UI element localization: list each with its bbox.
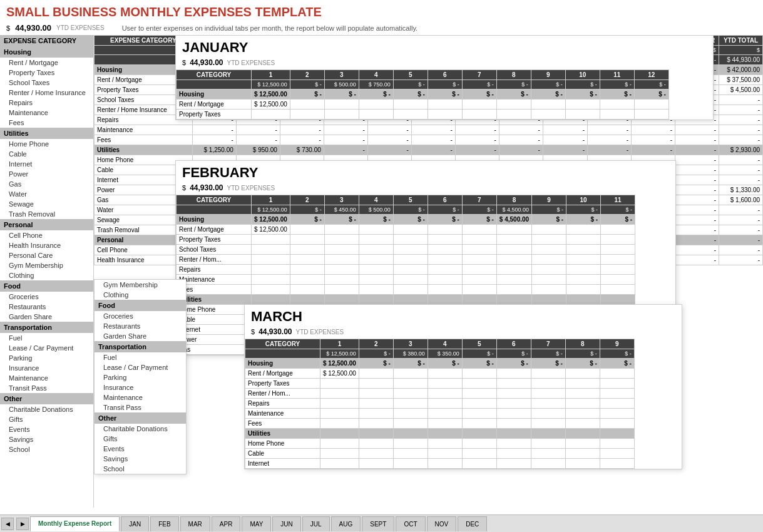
sidebar-category-housing: Housing — [0, 46, 93, 58]
tab-nav-prev[interactable]: ◀ — [1, 518, 14, 530]
sidebar-item-savings[interactable]: Savings — [0, 434, 93, 444]
tab-aug[interactable]: AUG — [331, 516, 361, 531]
tab-jan[interactable]: JAN — [121, 516, 149, 531]
panel-table-row: Property Taxes — [245, 379, 635, 389]
tab-monthly-expense-report[interactable]: Monthly Expense Report — [30, 516, 120, 531]
sidebar-overlay-item-school[interactable]: School — [95, 464, 186, 474]
sidebar-item-renter---home-insurance[interactable]: Renter / Home Insurance — [0, 88, 93, 98]
content-area: EXPENSE CATEGORYHousingRent / MortgagePr… — [0, 35, 763, 508]
sidebar-item-sewage[interactable]: Sewage — [0, 199, 93, 209]
tab-feb[interactable]: FEB — [150, 516, 178, 531]
sidebar-item-rent---mortgage[interactable]: Rent / Mortgage — [0, 58, 93, 68]
tab-mar[interactable]: MAR — [180, 516, 210, 531]
sidebar-item-fuel[interactable]: Fuel — [0, 333, 93, 343]
sidebar-overlay-item-groceries[interactable]: Groceries — [95, 311, 186, 321]
sidebar-item-events[interactable]: Events — [0, 424, 93, 434]
sidebar-item-cable[interactable]: Cable — [0, 149, 93, 159]
sidebar-item-transit-pass[interactable]: Transit Pass — [0, 383, 93, 393]
tab-bar: ◀ ▶ Monthly Expense ReportJANFEBMARAPRMA… — [0, 514, 763, 532]
panel-table-row: Rent / Mortgage$ 12,500.00 — [245, 369, 635, 379]
tab-jun[interactable]: JUN — [272, 516, 300, 531]
panel-table-row: School Taxes — [177, 245, 635, 255]
sidebar: EXPENSE CATEGORYHousingRent / MortgagePr… — [0, 35, 94, 508]
sidebar-item-gifts[interactable]: Gifts — [0, 414, 93, 424]
sidebar-overlay-item-garden-share[interactable]: Garden Share — [95, 331, 186, 341]
sidebar-item-garden-share[interactable]: Garden Share — [0, 312, 93, 322]
sidebar-overlay-item-transit-pass[interactable]: Transit Pass — [95, 402, 186, 412]
sidebar-overlay-item-gifts[interactable]: Gifts — [95, 434, 186, 444]
sidebar-overlay-item-gym-membership[interactable]: Gym Membership — [95, 280, 186, 290]
tab-nov[interactable]: NOV — [427, 516, 457, 531]
sidebar-overlay-item-clothing[interactable]: Clothing — [95, 290, 186, 300]
sidebar-item-internet[interactable]: Internet — [0, 159, 93, 169]
tab-dec[interactable]: DEC — [458, 516, 487, 531]
sidebar-overlay-item-insurance[interactable]: Insurance — [95, 382, 186, 392]
sidebar-overlay-item-maintenance[interactable]: Maintenance — [95, 392, 186, 402]
sidebar-overlay-cat-food: Food — [95, 300, 186, 311]
sidebar-overlay-panel: Gym MembershipClothingFoodGroceriesResta… — [94, 279, 187, 474]
sidebar-category-personal: Personal — [0, 219, 93, 230]
panel-table-row: Fees — [177, 285, 635, 295]
sidebar-item-insurance[interactable]: Insurance — [0, 363, 93, 373]
sidebar-item-cell-phone[interactable]: Cell Phone — [0, 230, 93, 240]
sidebar-item-groceries[interactable]: Groceries — [0, 292, 93, 302]
sidebar-item-maintenance[interactable]: Maintenance — [0, 373, 93, 383]
main-title: SMALL BUSINESS MONTHLY EXPENSES TEMPLATE — [0, 0, 763, 21]
ytd-symbol: $ — [6, 24, 10, 32]
panel-table-row: Renter / Hom... — [245, 389, 635, 399]
tab-may[interactable]: MAY — [242, 516, 271, 531]
sidebar-overlay-item-events[interactable]: Events — [95, 444, 186, 454]
sidebar-item-home-phone[interactable]: Home Phone — [0, 139, 93, 149]
sidebar-category-other: Other — [0, 393, 93, 404]
panel-table-row: Repairs — [177, 265, 635, 275]
tab-sept[interactable]: SEPT — [362, 516, 394, 531]
march-panel: MARCH $ 44,930.00 YTD EXPENSES CATEGORY1… — [244, 304, 682, 469]
sidebar-overlay-item-lease---car-payment[interactable]: Lease / Car Payment — [95, 362, 186, 372]
sidebar-category-utilities: Utilities — [0, 128, 93, 139]
panel-table-row: Fees — [245, 419, 635, 429]
ytd-bar: $ 44,930.00 YTD EXPENSES User to enter e… — [0, 21, 763, 35]
sidebar-item-charitable-donations[interactable]: Charitable Donations — [0, 404, 93, 414]
march-title: MARCH — [245, 305, 682, 326]
sidebar-overlay-item-savings[interactable]: Savings — [95, 454, 186, 464]
table-row: Fees------------- — [95, 135, 763, 145]
sidebar-item-power[interactable]: Power — [0, 169, 93, 179]
sidebar-item-lease---car-payment[interactable]: Lease / Car Payment — [0, 343, 93, 353]
panel-table-row: Maintenance — [245, 409, 635, 419]
panel-table-row: Utilities — [245, 429, 635, 439]
tab-oct[interactable]: OCT — [396, 516, 425, 531]
sidebar-item-restaurants[interactable]: Restaurants — [0, 302, 93, 312]
sidebar-overlay-item-fuel[interactable]: Fuel — [95, 352, 186, 362]
table-row: Utilities$ 1,250.00$ 950.00$ 730.00-----… — [95, 145, 763, 155]
sidebar-item-maintenance[interactable]: Maintenance — [0, 108, 93, 118]
sidebar-item-repairs[interactable]: Repairs — [0, 98, 93, 108]
panel-table-row: Maintenance — [177, 275, 635, 285]
sidebar-item-water[interactable]: Water — [0, 189, 93, 199]
sidebar-overlay-item-restaurants[interactable]: Restaurants — [95, 321, 186, 331]
panel-table-row: Property Taxes — [177, 235, 635, 245]
sidebar-overlay-item-charitable-donations[interactable]: Charitable Donations — [95, 424, 186, 434]
sidebar-overlay-cat-transportation: Transportation — [95, 341, 186, 352]
panel-table-row: Rent / Mortgage$ 12,500.00 — [177, 100, 669, 110]
sidebar-item-gas[interactable]: Gas — [0, 179, 93, 189]
ytd-description: User to enter expenses on individual tab… — [122, 24, 417, 32]
sidebar-item-gym-membership[interactable]: Gym Membership — [0, 260, 93, 270]
main-col-ytd-total: YTD TOTAL — [719, 36, 763, 46]
sidebar-item-clothing[interactable]: Clothing — [0, 270, 93, 280]
sidebar-item-fees[interactable]: Fees — [0, 118, 93, 128]
tab-nav-next[interactable]: ▶ — [16, 518, 29, 530]
tab-apr[interactable]: APR — [212, 516, 241, 531]
sidebar-item-parking[interactable]: Parking — [0, 353, 93, 363]
tab-jul[interactable]: JUL — [302, 516, 330, 531]
january-ytd: $ 44,930.00 YTD EXPENSES — [176, 57, 713, 69]
main-content[interactable]: EXPENSE CATEGORYJANUARYFEBRUARYMARCHAPRI… — [94, 35, 763, 508]
sidebar-item-personal-care[interactable]: Personal Care — [0, 250, 93, 260]
sidebar-item-school[interactable]: School — [0, 444, 93, 454]
sidebar-item-property-taxes[interactable]: Property Taxes — [0, 68, 93, 78]
sidebar-overlay-item-parking[interactable]: Parking — [95, 372, 186, 382]
sidebar-item-school-taxes[interactable]: School Taxes — [0, 78, 93, 88]
ytd-amount: 44,930.00 — [15, 23, 51, 33]
sidebar-item-trash-removal[interactable]: Trash Removal — [0, 209, 93, 219]
panel-table-row: Housing$ 12,500.00$ -$ -$ -$ -$ -$ -$ -$… — [177, 90, 669, 100]
sidebar-item-health-insurance[interactable]: Health Insurance — [0, 240, 93, 250]
